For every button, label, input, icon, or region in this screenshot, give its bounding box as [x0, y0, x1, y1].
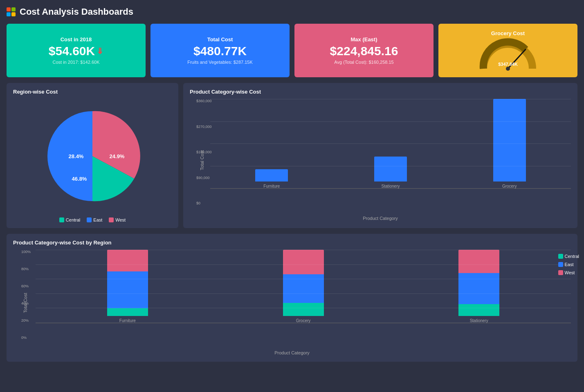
kpi-total-cost-label: Total Cost [207, 36, 233, 43]
stacked-legend-east: East [558, 262, 579, 267]
kpi-cost-2018-label: Cost in 2018 [61, 36, 92, 43]
bar-stationery: Stationery [337, 99, 444, 188]
stacked-bar-stationery: Stationery [403, 250, 555, 323]
stacked-y-tick-0: 100% [21, 250, 31, 254]
stacked-bar-furniture-label: Furniture [119, 318, 136, 323]
legend-west-box [109, 217, 114, 222]
y-tick-2: $180,000 [196, 150, 212, 154]
stacked-legend-central: Central [558, 254, 579, 259]
bar-furniture: Furniture [218, 99, 325, 188]
stacked-y-tick-3: 40% [21, 301, 31, 305]
bar-furniture-label: Furniture [263, 184, 280, 188]
pie-chart-title: Region-wise Cost [13, 89, 172, 95]
bar-x-label: Product Category [363, 216, 398, 221]
svg-point-1 [506, 67, 510, 71]
stacked-y-tick-4: 20% [21, 318, 31, 323]
gauge-chart: $347.84K [447, 38, 569, 71]
stacked-legend-west: West [558, 270, 579, 275]
gauge-svg: $347.84K [477, 38, 539, 71]
svg-text:46.8%: 46.8% [72, 176, 87, 182]
stacked-legend-east-label: East [565, 262, 574, 267]
stacked-y-tick-2: 60% [21, 284, 31, 288]
pie-area: 28.4% 24.9% 46.8% Central East West [13, 99, 172, 222]
stacked-y-tick-1: 80% [21, 267, 31, 271]
y-tick-3: $90,000 [196, 176, 212, 180]
svg-text:28.4%: 28.4% [69, 153, 84, 159]
bar-grocery: Grocery [456, 99, 563, 188]
arrow-down-icon: ⇓ [97, 46, 103, 56]
pie-chart-panel: Region-wise Cost 28.4% 24.9% 46.8% Centr… [7, 83, 178, 228]
kpi-total-cost-value: $480.77K [193, 44, 247, 58]
y-tick-0: $360,000 [196, 99, 212, 103]
kpi-cost-2018-value: $54.60K ⇓ [49, 44, 103, 58]
y-tick-4: $0 [196, 201, 212, 205]
kpi-max-east: Max (East) $224,845.16 Avg (Total Cost):… [294, 24, 434, 77]
svg-text:$347.84K: $347.84K [498, 62, 518, 67]
kpi-total-cost: Total Cost $480.77K Fruits and Vegetable… [150, 24, 290, 77]
legend-east-box [87, 217, 92, 222]
stacked-bar-stationery-label: Stationery [470, 318, 488, 323]
kpi-grocery-cost: Grocery Cost $347.84K [438, 24, 577, 77]
stacked-x-label: Product Category [274, 350, 310, 355]
kpi-max-east-label: Max (East) [350, 36, 377, 43]
kpi-cost-2018: Cost in 2018 $54.60K ⇓ Cost in 2017: $14… [7, 24, 146, 77]
header: Cost Analysis Dashboards [7, 7, 577, 17]
pie-svg: 28.4% 24.9% 46.8% [35, 99, 150, 213]
stacked-legend-west-label: West [565, 270, 575, 275]
kpi-total-cost-sub: Fruits and Vegetables: $287.15K [187, 60, 253, 65]
kpi-max-east-value: $224,845.16 [330, 44, 398, 58]
bar-chart-title: Product Category-wise Cost [190, 89, 571, 95]
middle-chart-row: Region-wise Cost 28.4% 24.9% 46.8% Centr… [7, 83, 577, 228]
legend-west: West [109, 217, 126, 222]
legend-central-label: Central [66, 217, 80, 222]
kpi-grocery-cost-label: Grocery Cost [491, 30, 525, 36]
app-logo [7, 7, 16, 16]
legend-central: Central [59, 217, 80, 222]
stacked-legend-west-box [558, 270, 563, 275]
pie-legend: Central East West [59, 217, 126, 222]
bar-stationery-label: Stationery [381, 184, 400, 188]
stacked-y-tick-5: 0% [21, 336, 31, 340]
stacked-legend-central-label: Central [565, 254, 579, 259]
stacked-bar-title: Product Category-wise Cost by Region [13, 240, 571, 246]
stacked-bar-grocery-label: Grocery [296, 318, 311, 323]
legend-west-label: West [115, 217, 126, 222]
page-title: Cost Analysis Dashboards [20, 7, 133, 17]
stacked-bar-panel: Product Category-wise Cost by Region Tot… [7, 234, 577, 362]
kpi-row: Cost in 2018 $54.60K ⇓ Cost in 2017: $14… [7, 24, 577, 77]
stacked-legend-east-box [558, 262, 563, 267]
legend-east: East [87, 217, 102, 222]
stacked-legend-central-box [558, 254, 563, 259]
y-tick-1: $270,000 [196, 125, 212, 129]
kpi-max-east-sub: Avg (Total Cost): $160,258.15 [334, 60, 393, 65]
legend-east-label: East [93, 217, 102, 222]
stacked-bar-grocery: Grocery [228, 250, 379, 323]
bar-grocery-label: Grocery [502, 184, 517, 188]
stacked-legend: Central East West [558, 254, 579, 275]
bar-chart-panel: Product Category-wise Cost Total Cost $3… [183, 83, 577, 228]
kpi-cost-2018-sub: Cost in 2017: $142.60K [53, 60, 100, 65]
legend-central-box [59, 217, 64, 222]
stacked-bar-furniture: Furniture [52, 250, 203, 323]
svg-text:24.9%: 24.9% [110, 153, 125, 159]
